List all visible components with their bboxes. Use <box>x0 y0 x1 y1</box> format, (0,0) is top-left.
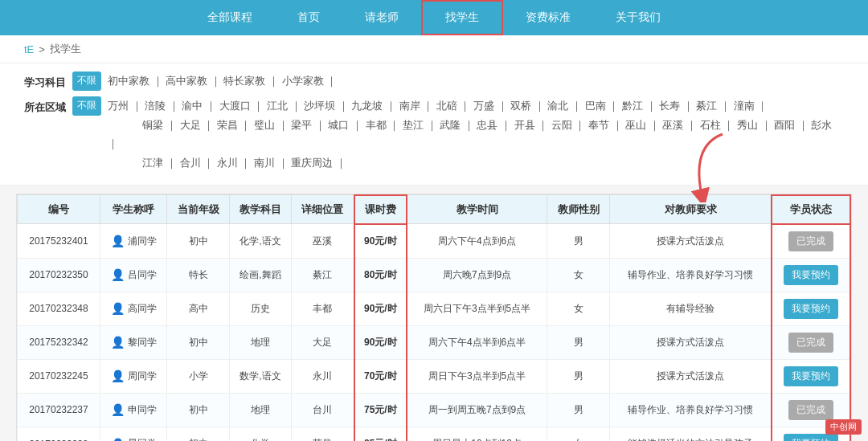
cell-id: 20170232237 <box>18 393 100 427</box>
status-book-button[interactable]: 我要预约 <box>784 434 838 441</box>
breadcrumb: tE > 找学生 <box>0 35 868 63</box>
cell-fee: 80元/时 <box>354 258 407 292</box>
cell-requirement: 有辅导经验 <box>609 292 772 325</box>
cell-gender: 男 <box>547 325 609 359</box>
cell-name: 👤 高同学 <box>100 292 166 325</box>
cell-subject: 地理 <box>229 325 291 359</box>
cell-name: 👤 周同学 <box>100 359 166 393</box>
col-id: 编号 <box>18 195 100 224</box>
cell-time: 周六晚7点到9点 <box>407 258 547 292</box>
cell-location: 巫溪 <box>292 224 354 259</box>
nav-item-请老师[interactable]: 请老师 <box>342 0 421 35</box>
cell-requirement: 辅导作业、培养良好学习习惯 <box>609 393 772 427</box>
cell-id: 20175232401 <box>18 224 100 259</box>
cell-fee: 75元/时 <box>354 393 407 427</box>
cell-gender: 男 <box>547 393 609 427</box>
nav-item-首页[interactable]: 首页 <box>275 0 342 35</box>
cell-requirement: 授课方式活泼点 <box>609 224 772 259</box>
cell-grade: 特长 <box>167 258 229 292</box>
cell-location: 丰都 <box>292 292 354 325</box>
subject-filter-row: 学习科目 不限 初中家教 ｜ 高中家教 ｜ 特长家教 ｜ 小学家教 ｜ <box>24 71 844 92</box>
cell-fee: 90元/时 <box>354 325 407 359</box>
cell-location: 大足 <box>292 325 354 359</box>
user-icon: 👤 <box>111 438 125 441</box>
status-done-button[interactable]: 已完成 <box>788 333 833 353</box>
cell-fee: 85元/时 <box>354 427 407 441</box>
cell-status: 我要预约 <box>772 292 850 325</box>
table-row: 20170232348 👤 高同学 高中 历史 丰都 90元/时 周六日下午3点… <box>18 292 851 325</box>
cell-grade: 初中 <box>167 427 229 441</box>
cell-id: 20170232228 <box>18 427 100 441</box>
cell-id: 20170232245 <box>18 359 100 393</box>
table-row: 20170232245 👤 周同学 小学 数学,语文 永川 70元/时 周日下午… <box>18 359 851 393</box>
status-book-button[interactable]: 我要预约 <box>784 366 838 386</box>
status-book-button[interactable]: 我要预约 <box>784 299 838 319</box>
status-done-button[interactable]: 已完成 <box>788 231 833 251</box>
nav-item-找学生[interactable]: 找学生 <box>421 0 503 35</box>
cell-grade: 初中 <box>167 325 229 359</box>
area-filter-options: 万州 ｜ 涪陵 ｜ 渝中 ｜ 大渡口 ｜ 江北 ｜ 沙坪坝 ｜ 九龙坡 ｜ 南岸… <box>108 96 844 172</box>
student-table: 编号 学生称呼 当前年级 教学科目 详细位置 课时费 教学时间 教师性别 对教师… <box>17 194 851 441</box>
cell-gender: 女 <box>547 427 609 441</box>
watermark: 中创网 <box>825 419 862 435</box>
cell-status: 我要预约 <box>772 359 850 393</box>
col-name: 学生称呼 <box>100 195 166 224</box>
subject-unlimited-tag[interactable]: 不限 <box>72 71 101 91</box>
cell-time: 周六下午4点半到6点半 <box>407 325 547 359</box>
cell-gender: 女 <box>547 292 609 325</box>
nav-item-全部课程[interactable]: 全部课程 <box>185 0 275 35</box>
cell-fee: 90元/时 <box>354 224 407 259</box>
cell-requirement: 辅导作业、培养良好学习习惯 <box>609 258 772 292</box>
cell-subject: 化学 <box>229 427 291 441</box>
cell-time: 周日下午3点半到5点半 <box>407 359 547 393</box>
table-row: 20175232342 👤 黎同学 初中 地理 大足 90元/时 周六下午4点半… <box>18 325 851 359</box>
cell-subject: 化学,语文 <box>229 224 291 259</box>
col-status: 学员状态 <box>772 195 850 224</box>
cell-subject: 地理 <box>229 393 291 427</box>
cell-requirement: 授课方式活泼点 <box>609 325 772 359</box>
cell-time: 周日早上10点到12点 <box>407 427 547 441</box>
table-header-row: 编号 学生称呼 当前年级 教学科目 详细位置 课时费 教学时间 教师性别 对教师… <box>18 195 851 224</box>
nav-item-关于我们[interactable]: 关于我们 <box>593 0 683 35</box>
cell-name: 👤 景同学 <box>100 427 166 441</box>
col-gender: 教师性别 <box>547 195 609 224</box>
cell-fee: 90元/时 <box>354 292 407 325</box>
cell-grade: 初中 <box>167 224 229 259</box>
cell-status: 已完成 <box>772 224 850 259</box>
col-time: 教学时间 <box>407 195 547 224</box>
cell-status: 我要预约 <box>772 258 850 292</box>
col-location: 详细位置 <box>292 195 354 224</box>
nav-item-资费标准[interactable]: 资费标准 <box>503 0 593 35</box>
user-icon: 👤 <box>111 235 125 247</box>
user-icon: 👤 <box>111 302 125 315</box>
cell-grade: 小学 <box>167 359 229 393</box>
cell-gender: 男 <box>547 359 609 393</box>
status-done-button[interactable]: 已完成 <box>788 400 833 420</box>
breadcrumb-separator: > <box>39 43 45 55</box>
user-icon: 👤 <box>111 268 125 281</box>
user-icon: 👤 <box>111 370 125 382</box>
cell-location: 綦江 <box>292 258 354 292</box>
table-row: 20170232228 👤 景同学 初中 化学 荣昌 85元/时 周日早上10点… <box>18 427 851 441</box>
cell-subject: 数学,语文 <box>229 359 291 393</box>
cell-name: 👤 吕同学 <box>100 258 166 292</box>
student-table-section: 编号 学生称呼 当前年级 教学科目 详细位置 课时费 教学时间 教师性别 对教师… <box>16 194 852 441</box>
cell-location: 荣昌 <box>292 427 354 441</box>
breadcrumb-home[interactable]: tE <box>24 43 34 55</box>
col-subject: 教学科目 <box>229 195 291 224</box>
cell-time: 周六日下午3点半到5点半 <box>407 292 547 325</box>
cell-time: 周一到周五晚7点到9点 <box>407 393 547 427</box>
cell-id: 20175232342 <box>18 325 100 359</box>
cell-gender: 女 <box>547 258 609 292</box>
cell-location: 永川 <box>292 359 354 393</box>
navigation: 全部课程首页请老师找学生资费标准关于我们 <box>0 0 868 35</box>
cell-name: 👤 浦同学 <box>100 224 166 259</box>
status-book-button[interactable]: 我要预约 <box>784 265 838 285</box>
cell-requirement: 授课方式活泼点 <box>609 359 772 393</box>
subject-filter-label: 学习科目 <box>24 71 66 92</box>
cell-name: 👤 申同学 <box>100 393 166 427</box>
area-unlimited-tag[interactable]: 不限 <box>72 96 101 116</box>
cell-time: 周六下午4点到6点 <box>407 224 547 259</box>
user-icon: 👤 <box>111 336 125 349</box>
cell-requirement: 能够选择适当的方法引导孩子 <box>609 427 772 441</box>
